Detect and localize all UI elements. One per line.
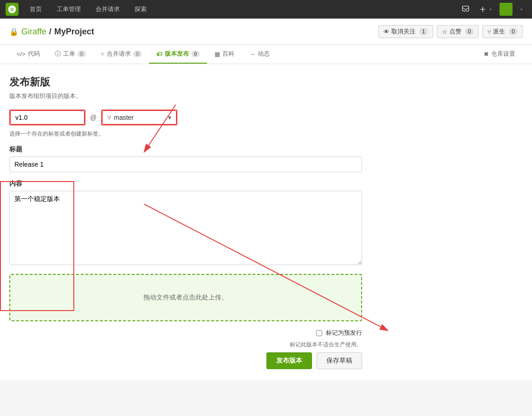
prerelease-checkbox[interactable] (316, 330, 322, 336)
star-icon: ☆ (442, 28, 448, 35)
tab-releases[interactable]: 🏷 版本发布 0 (149, 45, 207, 64)
issues-badge: 0 (78, 51, 86, 57)
prerelease-label[interactable]: 标记为预发行 (326, 329, 362, 337)
draft-button[interactable]: 保存草稿 (317, 352, 362, 369)
prerelease-hint: 标记此版本不适合生产使用。 (290, 341, 362, 349)
notification-icon[interactable] (459, 3, 473, 15)
breadcrumb-separator: / (49, 27, 52, 37)
avatar-dropdown-icon[interactable] (516, 5, 526, 13)
prerelease-row: 标记为预发行 (316, 329, 362, 337)
nav-home[interactable]: 首页 (26, 3, 45, 15)
watch-count: 1 (419, 28, 428, 35)
page-subtitle: 版本发布组织项目的版本。 (9, 92, 362, 100)
main-content: 发布新版 版本发布组织项目的版本。 @ ⑂ master ▾ 选择一个存在的标签… (0, 64, 371, 380)
tag-input-box (9, 110, 85, 125)
project-name: MyProject (54, 27, 94, 37)
issues-icon: ⓘ (55, 50, 61, 58)
upload-area[interactable]: 拖动文件或者点击此处上传。 (9, 274, 362, 321)
tag-hint: 选择一个存在的标签或者创建新标签。 (9, 130, 362, 138)
lock-icon: 🔒 (9, 27, 19, 36)
title-label: 标题 (9, 145, 362, 154)
pulls-icon: ⑂ (101, 51, 104, 58)
top-nav-right (459, 3, 526, 16)
tab-settings[interactable]: ✖ 仓库设置 (476, 45, 523, 64)
title-input[interactable] (9, 156, 362, 172)
eye-icon: 👁 (383, 28, 389, 35)
fork-count: 0 (509, 28, 518, 35)
page-title: 发布新版 (9, 75, 362, 89)
star-count: 0 (465, 28, 474, 35)
breadcrumb: 🔒 Giraffe / MyProject (9, 27, 94, 37)
publish-button[interactable]: 发布版本 (266, 352, 312, 369)
releases-icon: 🏷 (156, 51, 162, 58)
user-avatar[interactable] (500, 3, 513, 16)
branch-select[interactable]: ⑂ master ▾ (102, 110, 176, 124)
code-icon: </> (17, 51, 26, 58)
button-row: 发布版本 保存草稿 (266, 352, 362, 369)
branch-name: master (114, 114, 134, 121)
content-label: 内容 (9, 180, 362, 188)
tab-wiki[interactable]: ▦ 百科 (207, 45, 242, 64)
tag-input[interactable] (10, 110, 84, 124)
nav-pullrequests[interactable]: 合并请求 (92, 3, 123, 15)
bottom-actions: 标记为预发行 标记此版本不适合生产使用。 发布版本 保存草稿 (9, 329, 362, 369)
tab-issues[interactable]: ⓘ 工单 0 (47, 45, 93, 64)
add-icon[interactable] (476, 4, 496, 15)
tab-activity[interactable]: → 动态 (242, 45, 277, 64)
at-symbol: @ (90, 114, 97, 121)
star-button[interactable]: ☆ 点赞 0 (437, 25, 479, 38)
nav-issues[interactable]: 工单管理 (53, 3, 84, 15)
content-section: 内容 第一个稳定版本 (9, 180, 362, 266)
logo[interactable] (6, 3, 19, 16)
branch-icon: ⑂ (107, 114, 111, 121)
watch-button[interactable]: 👁 取消关注 1 (378, 25, 433, 38)
releases-badge: 0 (191, 51, 200, 57)
owner-link[interactable]: Giraffe (21, 27, 46, 37)
tab-bar: </> 代码 ⓘ 工单 0 ⑂ 合并请求 0 🏷 版本发布 0 ▦ 百科 → 动… (0, 45, 532, 64)
tab-pulls[interactable]: ⑂ 合并请求 0 (93, 45, 149, 64)
settings-icon: ✖ (484, 51, 489, 58)
dropdown-arrow-icon: ▾ (168, 114, 171, 121)
tag-branch-row: @ ⑂ master ▾ (9, 110, 362, 125)
content-textarea[interactable]: 第一个稳定版本 (9, 191, 362, 265)
top-navigation: 首页 工单管理 合并请求 探索 (0, 0, 532, 19)
upload-hint-text: 拖动文件或者点击此处上传。 (143, 293, 228, 301)
wiki-icon: ▦ (214, 51, 220, 58)
project-header: 🔒 Giraffe / MyProject 👁 取消关注 1 ☆ 点赞 0 ⑂ … (0, 19, 532, 45)
activity-icon: → (249, 51, 255, 58)
tab-code[interactable]: </> 代码 (9, 45, 47, 64)
branch-select-box: ⑂ master ▾ (101, 110, 177, 125)
project-actions: 👁 取消关注 1 ☆ 点赞 0 ⑂ 派生 0 (378, 25, 523, 38)
nav-explore[interactable]: 探索 (131, 3, 150, 15)
title-section: 标题 (9, 145, 362, 172)
fork-icon: ⑂ (487, 28, 491, 35)
pulls-badge: 0 (133, 51, 142, 57)
fork-button[interactable]: ⑂ 派生 0 (482, 25, 523, 38)
